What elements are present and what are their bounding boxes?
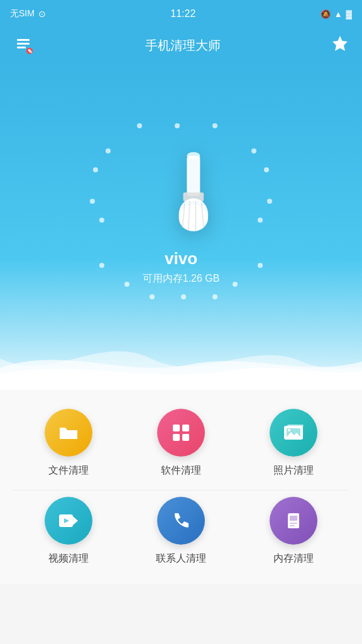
hero-section[interactable]: vivo 可用内存1.26 GB [0, 63, 362, 390]
svg-text:✎: ✎ [28, 48, 33, 54]
contact-clean-icon-circle [157, 497, 205, 545]
edit-button[interactable]: ✎ [13, 34, 35, 57]
svg-marker-5 [332, 36, 348, 51]
app-title: 手机清理大师 [145, 37, 221, 54]
grid-row-2: 视频清理 联系人清理 内存清 [0, 491, 362, 578]
svg-rect-0 [17, 39, 30, 41]
mute-icon: 🔕 [321, 9, 331, 19]
device-name: vivo [165, 249, 197, 269]
contact-clean-label: 联系人清理 [156, 552, 206, 565]
status-time: 11:22 [170, 8, 195, 19]
memory-clean-button[interactable]: 内存清理 [250, 497, 337, 565]
svg-point-21 [288, 429, 290, 431]
apps-icon [170, 421, 192, 444]
svg-rect-6 [187, 156, 200, 196]
video-clean-button[interactable]: 视频清理 [25, 497, 112, 565]
phone-icon [170, 509, 192, 532]
status-left: 无SIM ⊙ [10, 8, 46, 19]
svg-point-14 [187, 152, 200, 160]
carrier-text: 无SIM [10, 8, 35, 19]
app-clean-button[interactable]: 软件清理 [137, 409, 225, 477]
battery-icon: ▓ [346, 9, 352, 19]
grid-row-1: 文件清理 软件清理 [0, 402, 362, 490]
video-clean-label: 视频清理 [48, 552, 89, 565]
hero-wave [0, 333, 362, 390]
app-clean-icon-circle [157, 409, 205, 457]
sim-icon: ⊙ [38, 9, 46, 19]
video-icon [57, 509, 80, 532]
svg-rect-28 [290, 516, 297, 521]
svg-rect-1 [17, 43, 30, 45]
memory-text: 可用内存1.26 GB [143, 272, 220, 286]
photo-clean-button[interactable]: 照片清理 [250, 409, 337, 477]
folder-icon [57, 421, 80, 444]
svg-rect-17 [173, 434, 180, 441]
svg-rect-18 [182, 434, 189, 441]
wifi-icon: ▲ [334, 9, 343, 19]
features-grid: 文件清理 软件清理 [0, 390, 362, 584]
memory-clean-icon-circle [270, 497, 317, 545]
memory-icon [282, 509, 305, 532]
favorite-button[interactable] [331, 34, 349, 57]
photo-icon [282, 421, 305, 444]
app-header: ✎ 手机清理大师 [0, 28, 362, 63]
svg-rect-23 [287, 425, 304, 427]
svg-rect-16 [182, 425, 189, 431]
file-clean-label: 文件清理 [48, 464, 89, 477]
edit-icon: ✎ [15, 36, 33, 54]
svg-rect-2 [17, 47, 26, 48]
status-bar: 无SIM ⊙ 11:22 🔕 ▲ ▓ [0, 0, 362, 28]
status-right: 🔕 ▲ ▓ [321, 9, 352, 19]
memory-clean-label: 内存清理 [273, 552, 314, 565]
photo-clean-icon-circle [270, 409, 317, 457]
video-clean-icon-circle [45, 497, 92, 545]
file-clean-button[interactable]: 文件清理 [25, 409, 112, 477]
svg-rect-30 [290, 525, 295, 526]
svg-marker-25 [73, 516, 78, 525]
app-clean-label: 软件清理 [161, 464, 201, 477]
svg-rect-29 [290, 523, 297, 524]
brush-icon [137, 148, 225, 239]
file-clean-icon-circle [45, 409, 92, 457]
svg-rect-15 [173, 425, 180, 431]
contact-clean-button[interactable]: 联系人清理 [137, 497, 225, 565]
star-icon [331, 34, 349, 53]
photo-clean-label: 照片清理 [273, 464, 314, 477]
